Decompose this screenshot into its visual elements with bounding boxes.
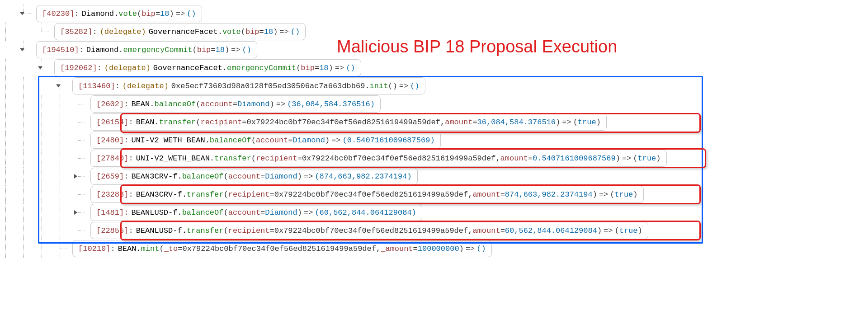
trace-row[interactable]: [2480] UNI-V2_WETH_BEAN.balanceOf(accoun… [0, 131, 868, 149]
tree-toggle-icon[interactable] [20, 12, 24, 15]
call-pill[interactable]: [23288] BEAN3CRV-f.transfer(recipient=0x… [90, 186, 644, 203]
trace-row[interactable]: [27840] UNI-V2_WETH_BEAN.transfer(recipi… [0, 149, 868, 167]
trace-row[interactable]: [2602] BEAN.balanceOf(account=Diamond) =… [0, 95, 868, 113]
call-pill[interactable]: [2602] BEAN.balanceOf(account=Diamond) =… [90, 95, 381, 113]
trace-viewport: { "annotation": "Malicious BIP 18 Propos… [0, 0, 868, 320]
gas-cost: [40230] [42, 9, 74, 18]
tree-toggle-icon[interactable] [74, 174, 77, 179]
tree-toggle-icon[interactable] [56, 85, 61, 88]
call-pill[interactable]: [22855] BEANLUSD-f.transfer(recipient=0x… [90, 222, 648, 239]
call-pill[interactable]: [35282] (delegate) GovernanceFacet.vote(… [54, 23, 306, 40]
call-pill[interactable]: [194510] Diamond.emergencyCommit(bip=18)… [36, 41, 257, 58]
trace-row[interactable]: [40230] Diamond.vote(bip=18) => () [0, 5, 868, 23]
annotation-label: Malicious BIP 18 Proposal Execution [337, 37, 617, 56]
trace-row[interactable]: [2659] BEAN3CRV-f.balanceOf(account=Diam… [0, 167, 868, 185]
call-pill[interactable]: [2659] BEAN3CRV-f.balanceOf(account=Diam… [90, 168, 418, 185]
call-pill[interactable]: [27840] UNI-V2_WETH_BEAN.transfer(recipi… [90, 150, 667, 167]
trace-row[interactable]: [10210] BEAN.mint(_to=0x79224bc0bf70ec34… [0, 240, 868, 258]
call-pill[interactable]: [1481] BEANLUSD-f.balanceOf(account=Diam… [90, 204, 422, 221]
call-pill[interactable]: [26154] BEAN.transfer(recipient=0x79224b… [90, 113, 607, 131]
tree-toggle-icon[interactable] [74, 210, 77, 215]
trace-row[interactable]: [26154] BEAN.transfer(recipient=0x79224b… [0, 113, 868, 131]
call-pill[interactable]: [2480] UNI-V2_WETH_BEAN.balanceOf(accoun… [90, 132, 441, 149]
tree-toggle-icon[interactable] [20, 48, 24, 52]
trace-row[interactable]: [22855] BEANLUSD-f.transfer(recipient=0x… [0, 221, 868, 240]
call-pill[interactable]: [40230] Diamond.vote(bip=18) => () [36, 5, 202, 22]
call-pill[interactable]: [113460] (delegate) 0xe5ecf73603d98a0128… [72, 77, 425, 94]
call-pill[interactable]: [10210] BEAN.mint(_to=0x79224bc0bf70ec34… [72, 240, 492, 257]
trace-row[interactable]: [23288] BEAN3CRV-f.transfer(recipient=0x… [0, 185, 868, 203]
call-pill[interactable]: [192062] (delegate) GovernanceFacet.emer… [54, 59, 361, 76]
trace-row[interactable]: [113460] (delegate) 0xe5ecf73603d98a0128… [0, 77, 868, 95]
tree-toggle-icon[interactable] [38, 66, 42, 70]
trace-row[interactable]: [1481] BEANLUSD-f.balanceOf(account=Diam… [0, 203, 868, 221]
trace-row[interactable]: [192062] (delegate) GovernanceFacet.emer… [0, 59, 868, 77]
